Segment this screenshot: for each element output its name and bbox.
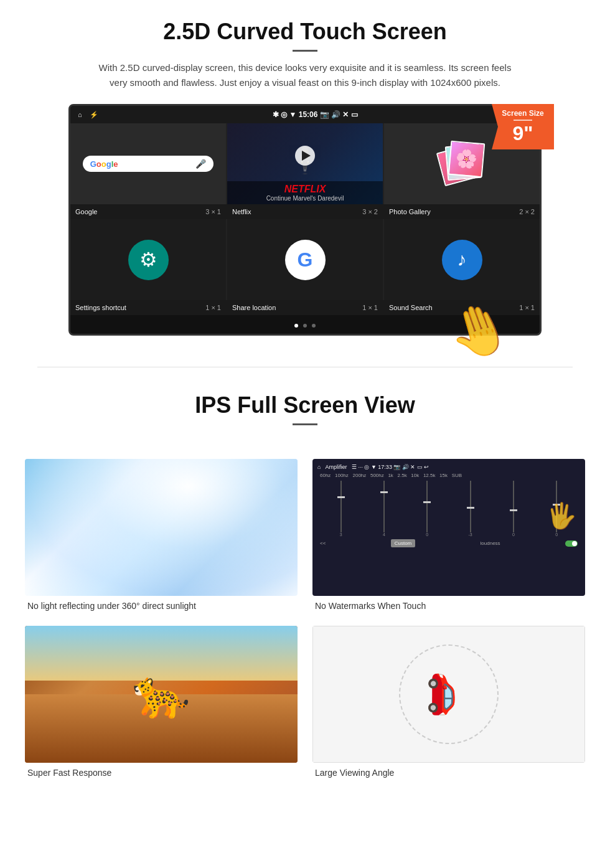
dot-2 xyxy=(303,324,307,328)
amp-header: ⌂ Amplifier ☰ ··· ◎ ▼ 17:33 📷 🔊 ✕ ▭ ↩ xyxy=(317,464,580,470)
amp-title: ⌂ Amplifier ☰ ··· ◎ ▼ 17:33 📷 🔊 ✕ ▭ ↩ xyxy=(317,464,429,470)
amp-thumb-4 xyxy=(467,507,474,509)
section2-divider xyxy=(293,423,317,425)
amp-slider-2: 4 xyxy=(363,481,405,537)
time-display: 15:06 xyxy=(299,110,318,119)
sound-label-name: Sound Search xyxy=(389,304,433,311)
feature-amplifier: ⌂ Amplifier ☰ ··· ◎ ▼ 17:33 📷 🔊 ✕ ▭ ↩ 60… xyxy=(312,459,585,611)
app-grid-bottom: ⚙ G ♪ xyxy=(70,219,540,300)
amp-nav: << xyxy=(320,540,326,546)
share-cell-inner: G xyxy=(227,219,383,300)
screen-size-badge: Screen Size 9" xyxy=(492,104,554,149)
play-button[interactable] xyxy=(295,146,315,166)
google-label-name: Google xyxy=(75,208,97,215)
photo-card-3: 🌸 xyxy=(448,141,486,178)
amp-slider-4: -3 xyxy=(449,481,491,537)
gallery-label-name: Photo Gallery xyxy=(389,208,431,215)
amp-track-1 xyxy=(340,481,342,532)
car-caption: Large Viewing Angle xyxy=(312,768,585,778)
google-app-cell[interactable]: Google 🎤 xyxy=(70,123,226,204)
dot-3 xyxy=(312,324,316,328)
section-ips: IPS Full Screen View xyxy=(0,386,610,446)
toggle-button[interactable] xyxy=(565,540,578,547)
share-location-cell[interactable]: G xyxy=(227,219,383,300)
feature-image-cheetah: 🐆 xyxy=(25,626,298,763)
netflix-app-cell[interactable]: 🕴 NETFLIX Continue Marvel's Daredevil xyxy=(227,123,383,204)
sound-icon-wrap: ♪ xyxy=(442,240,482,280)
custom-button[interactable]: Custom xyxy=(391,539,416,547)
share-label-size: 1 × 1 xyxy=(362,304,378,311)
feature-sunlight: No light reflecting under 360° direct su… xyxy=(25,459,298,611)
car-icon: 🚗 xyxy=(427,671,471,718)
g-letter: G xyxy=(298,248,313,271)
settings-app-cell[interactable]: ⚙ xyxy=(70,219,226,300)
window-icon: ▭ xyxy=(351,110,358,119)
bluetooth-icon: ✱ xyxy=(273,110,279,119)
feature-image-car: 🚗 xyxy=(312,626,585,763)
settings-label: Settings shortcut 1 × 1 xyxy=(70,303,226,313)
google-g6: e xyxy=(113,159,118,169)
amp-val-6: 0 xyxy=(555,532,558,537)
share-label-name: Share location xyxy=(232,304,276,311)
photo-stack: 🌸 xyxy=(437,139,487,189)
cheetah-icon: 🐆 xyxy=(132,667,190,722)
badge-label: Screen Size xyxy=(500,109,545,118)
android-screen: ⌂ ⚡ ✱ ◎ ▼ 15:06 📷 🔊 ✕ ▭ xyxy=(68,104,542,336)
amp-val-3: 0 xyxy=(426,532,428,537)
title-divider xyxy=(293,50,317,52)
netflix-overlay: NETFLIX Continue Marvel's Daredevil xyxy=(227,181,383,204)
cheetah-image: 🐆 xyxy=(25,626,298,763)
toggle-circle xyxy=(572,541,577,546)
cell-label-row-1: Google 3 × 1 Netflix 3 × 2 Photo Gallery… xyxy=(70,204,540,219)
amp-track-2 xyxy=(383,481,385,532)
dot-1 xyxy=(294,324,298,328)
badge-size: 9" xyxy=(513,122,533,144)
car-image: 🚗 xyxy=(312,626,585,763)
amp-val-4: -3 xyxy=(469,532,472,537)
amp-freq-labels: 60hz 100hz 200hz 500hz 1k 2.5k 10k 12.5k… xyxy=(317,473,580,478)
amp-track-5 xyxy=(513,481,514,532)
camera-icon: 📷 xyxy=(320,110,329,119)
badge-divider xyxy=(514,120,532,121)
gear-icon: ⚙ xyxy=(139,248,157,271)
feature-image-amplifier: ⌂ Amplifier ☰ ··· ◎ ▼ 17:33 📷 🔊 ✕ ▭ ↩ 60… xyxy=(312,459,585,596)
amplifier-caption: No Watermarks When Touch xyxy=(312,601,585,611)
status-bar-center: ✱ ◎ ▼ 15:06 📷 🔊 ✕ ▭ xyxy=(98,110,532,119)
sound-label-size: 1 × 1 xyxy=(519,304,535,311)
gallery-label: Photo Gallery 2 × 2 xyxy=(384,207,540,217)
feature-grid: No light reflecting under 360° direct su… xyxy=(0,446,610,790)
cell-label-row-2: Settings shortcut 1 × 1 Share location 1… xyxy=(70,300,540,315)
share-label: Share location 1 × 1 xyxy=(227,303,383,313)
play-triangle xyxy=(302,151,311,161)
netflix-label: Netflix 3 × 2 xyxy=(227,207,383,217)
netflix-logo: NETFLIX xyxy=(232,184,378,195)
status-bar: ⌂ ⚡ ✱ ◎ ▼ 15:06 📷 🔊 ✕ ▭ xyxy=(70,106,540,123)
toggle-oval xyxy=(565,540,578,547)
home-icon: ⌂ xyxy=(78,111,82,118)
gallery-label-size: 2 × 2 xyxy=(519,208,535,215)
google-maps-icon: G xyxy=(285,240,326,280)
amp-val-2: 4 xyxy=(383,532,385,537)
settings-cell-inner: ⚙ xyxy=(70,219,226,300)
google-label: Google 3 × 1 xyxy=(70,207,226,217)
amp-slider-5: 0 xyxy=(492,481,534,537)
netflix-bg: 🕴 NETFLIX Continue Marvel's Daredevil xyxy=(227,123,383,204)
amp-thumb-3 xyxy=(423,501,431,503)
mic-icon: 🎤 xyxy=(195,159,206,169)
sunlight-caption: No light reflecting under 360° direct su… xyxy=(25,601,298,611)
section-touch-screen: 2.5D Curved Touch Screen With 2.5D curve… xyxy=(0,0,610,348)
google-g4: g xyxy=(106,159,111,169)
wifi-icon: ▼ xyxy=(289,110,297,119)
music-note-icon: ♪ xyxy=(458,249,467,270)
google-search-bar[interactable]: Google 🎤 xyxy=(83,156,214,172)
amp-hand: 🖐 xyxy=(546,501,577,531)
amp-thumb-1 xyxy=(337,496,345,498)
amp-slider-1: 3 xyxy=(320,481,362,537)
section2-title: IPS Full Screen View xyxy=(37,392,573,418)
status-bar-left: ⌂ ⚡ xyxy=(78,111,98,119)
google-g3: o xyxy=(101,159,106,169)
page-divider xyxy=(37,367,573,367)
sound-search-cell[interactable]: ♪ xyxy=(384,219,540,300)
feature-cheetah: 🐆 Super Fast Response xyxy=(25,626,298,778)
google-label-size: 3 × 1 xyxy=(205,208,221,215)
